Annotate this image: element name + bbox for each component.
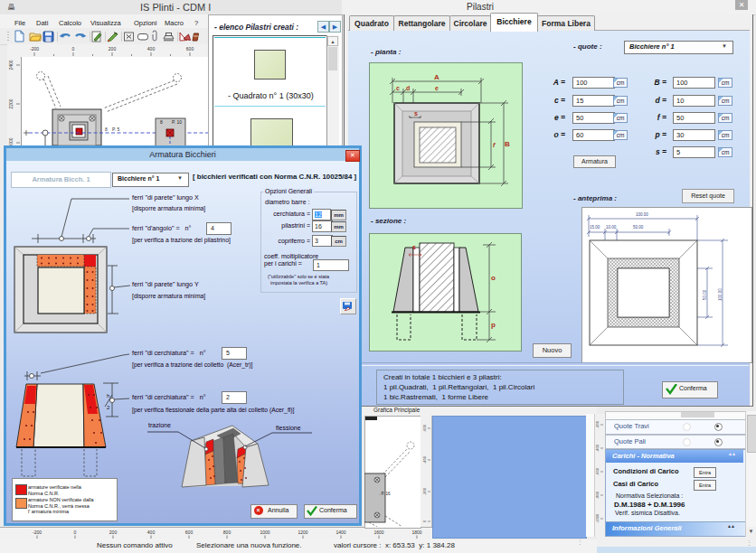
svg-text:-400: -400 (422, 455, 427, 464)
svg-text:200: 200 (109, 46, 117, 52)
svg-text:s: s (412, 244, 416, 250)
svg-text:h: h (107, 393, 109, 398)
svg-text:2400: 2400 (8, 60, 14, 70)
svg-text:1200: 1200 (298, 530, 307, 535)
svg-text:2200: 2200 (8, 98, 14, 108)
svg-text:50.00: 50.00 (633, 225, 644, 230)
svg-text:f: f (493, 142, 496, 148)
svg-text:0: 0 (74, 530, 77, 535)
svg-text:2000: 2000 (8, 137, 14, 145)
svg-text:600: 600 (186, 46, 194, 52)
svg-text:1600: 1600 (373, 530, 383, 535)
svg-text:B: B (505, 140, 510, 148)
svg-text:50.00: 50.00 (703, 289, 707, 300)
svg-text:1000: 1000 (260, 530, 269, 535)
svg-text:P. 5: P. 5 (112, 127, 119, 132)
svg-text:-200: -200 (30, 46, 39, 52)
svg-text:10.00: 10.00 (606, 225, 617, 230)
svg-text:600: 600 (185, 530, 194, 535)
svg-text:e: e (435, 85, 439, 91)
svg-text:400: 400 (147, 530, 156, 535)
svg-text:-200: -200 (33, 530, 42, 535)
svg-text:-600: -600 (422, 424, 427, 432)
svg-text:15.00: 15.00 (590, 225, 600, 230)
svg-text:800: 800 (223, 530, 232, 535)
svg-text:0: 0 (422, 520, 427, 522)
svg-text:-400: -400 (595, 444, 600, 452)
svg-text:. P. 16: . P. 16 (379, 492, 391, 496)
svg-text:-200: -200 (595, 420, 600, 428)
svg-text:100.00: 100.00 (636, 212, 648, 217)
svg-text:1400: 1400 (335, 530, 345, 535)
svg-text:p: p (491, 321, 496, 329)
svg-text:d: d (406, 85, 410, 91)
svg-text:100.00: 100.00 (718, 288, 723, 301)
svg-text:1800: 1800 (411, 530, 421, 535)
svg-text:-600: -600 (595, 467, 600, 475)
svg-text:-1000: -1000 (595, 513, 600, 523)
svg-text:P. 10: P. 10 (172, 119, 182, 125)
svg-text:8: 8 (105, 127, 108, 132)
svg-text:c: c (396, 85, 400, 91)
svg-text:0: 0 (72, 46, 75, 52)
svg-text:-200: -200 (422, 487, 427, 495)
svg-text:400: 400 (147, 46, 156, 52)
svg-text:A: A (434, 73, 439, 81)
svg-text:200: 200 (109, 530, 118, 535)
svg-text:2: 2 (107, 405, 110, 410)
svg-text:s: s (414, 110, 418, 117)
svg-text:8: 8 (160, 119, 163, 125)
svg-text:o: o (491, 274, 496, 282)
svg-text:-800: -800 (595, 491, 600, 499)
